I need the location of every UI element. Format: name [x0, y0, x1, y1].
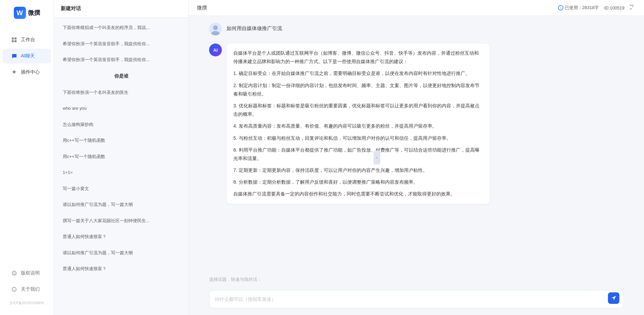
send-button[interactable] — [608, 292, 619, 304]
sidebar-item-workbench[interactable]: 工作台 — [3, 32, 51, 47]
new-conversation-button[interactable]: 新建对话 — [54, 0, 188, 18]
chat-list-item[interactable]: 请以如何推广引流为题，写一篇大纲 — [58, 245, 184, 260]
svg-text:©: © — [13, 272, 16, 275]
icp-text: 京ICP备2022015948号 — [0, 298, 54, 308]
chat-list-item[interactable]: 请以如何推广引流为题，写一篇大纲 — [58, 197, 184, 212]
user-message: 如何用自媒体做推广引流 — [227, 23, 282, 35]
chat-list-item[interactable]: 希望你扮演一个英语发音助手，我提供给你... — [58, 36, 184, 51]
input-area — [189, 287, 644, 315]
sidebar-item-copyright[interactable]: © 版权说明 — [3, 266, 51, 281]
sidebar-item-ai-chat[interactable]: AI聊天 — [3, 49, 51, 63]
sidebar-item-ai-chat-label: AI聊天 — [21, 53, 35, 59]
middle-panel: 新建对话 下面你将模拟成一个叫圣友的程序员，我说...希望你扮演一个英语发音助手… — [54, 0, 189, 315]
sidebar-item-copyright-label: 版权说明 — [21, 270, 40, 276]
ai-message: 自媒体平台是个人或团队通过互联网平台（如博客、微博、微信公众号、抖音、快手等）发… — [227, 44, 490, 204]
about-icon: i — [11, 286, 18, 293]
sidebar-item-workbench-label: 工作台 — [21, 37, 35, 43]
svg-point-10 — [213, 25, 218, 30]
ai-avatar: AI — [209, 44, 222, 56]
sidebar-item-about-label: 关于我们 — [21, 286, 40, 292]
chat-content: 如何用自媒体做推广引流AI自媒体平台是个人或团队通过互联网平台（如博客、微博、微… — [189, 16, 644, 273]
sidebar-item-about[interactable]: i 关于我们 — [3, 282, 51, 297]
power-icon[interactable] — [630, 4, 636, 11]
chat-list-item[interactable]: 撰写一篇关于八大家花园社区一刻钟便民生... — [58, 213, 184, 228]
chat-list-item[interactable]: 写一篇小黄文 — [58, 181, 184, 196]
svg-rect-2 — [12, 40, 14, 42]
sidebar-bottom: © 版权说明 i 关于我们 京ICP备2022015948号 — [0, 266, 54, 308]
main-area: 微撰 i 已使用：28318字 ID:100519 如何用自媒体做推广引流AI自… — [189, 0, 644, 315]
header-right: i 已使用：28318字 ID:100519 — [558, 4, 636, 11]
grid-icon — [11, 36, 18, 43]
chat-list-item[interactable]: 普通人如何快速致富？ — [58, 229, 184, 244]
main-header: 微撰 i 已使用：28318字 ID:100519 — [189, 0, 644, 16]
sidebar-item-plugin-center[interactable]: 插件中心 — [3, 65, 51, 80]
chat-list-item[interactable]: 用c++写一个随机函数 — [58, 133, 184, 148]
copyright-icon: © — [11, 270, 18, 277]
chat-list: 下面你将模拟成一个叫圣友的程序员，我说...希望你扮演一个英语发音助手，我提供给… — [54, 18, 188, 315]
user-avatar — [209, 23, 222, 35]
page-title: 微撰 — [197, 5, 207, 11]
plugin-icon — [11, 69, 18, 76]
message-row-assistant: AI自媒体平台是个人或团队通过互联网平台（如博客、微博、微信公众号、抖音、快手等… — [209, 44, 624, 204]
svg-point-11 — [211, 31, 219, 35]
svg-rect-1 — [14, 37, 17, 40]
chat-list-item[interactable]: 下面你将模拟成一个叫圣友的程序员，我说... — [58, 20, 184, 35]
message-row-user: 如何用自媒体做推广引流 — [209, 23, 624, 35]
collapse-panel-button[interactable]: ‹ — [374, 151, 380, 164]
chat-icon — [11, 53, 18, 59]
logo-area: W 微撰 — [14, 7, 40, 19]
chat-list-item[interactable]: who are you — [58, 101, 184, 116]
input-wrapper — [209, 290, 624, 308]
message-input[interactable] — [215, 296, 607, 303]
sidebar-item-plugin-label: 插件中心 — [21, 69, 40, 75]
svg-rect-3 — [14, 40, 17, 42]
svg-rect-0 — [12, 37, 14, 40]
chat-list-item[interactable]: 你是谁 — [58, 69, 184, 84]
chat-list-item[interactable]: 怎么做狗屎炒肉 — [58, 117, 184, 132]
nav-items: 工作台 AI聊天 插件中心 — [0, 32, 54, 266]
svg-text:i: i — [14, 288, 14, 291]
sidebar: W 微撰 工作台 AI聊天 插件中心 © 版权说明 — [0, 0, 54, 315]
quick-label: 选择话题，快速与我对话： — [209, 277, 624, 283]
chat-list-item[interactable]: 普通人如何快速致富？ — [58, 261, 184, 276]
logo-icon: W — [14, 7, 26, 19]
message-input-box — [209, 290, 624, 308]
svg-text:i: i — [560, 6, 561, 10]
quick-area: 选择话题，快速与我对话： — [189, 273, 644, 287]
usage-text: 已使用：28318字 — [565, 5, 599, 11]
info-icon: i — [558, 5, 563, 10]
usage-info: i 已使用：28318字 — [558, 5, 599, 11]
logo-text: 微撰 — [28, 9, 40, 17]
chat-list-item[interactable]: 下面你将扮演一个名叫圣友的医生 — [58, 85, 184, 100]
chat-list-item[interactable]: 用c++写一个随机函数 — [58, 149, 184, 164]
chat-list-item[interactable]: 希望你扮演一个英语发音助手，我提供给你... — [58, 52, 184, 67]
chat-list-item[interactable]: 1+1= — [58, 165, 184, 180]
send-icon — [611, 295, 617, 301]
id-info: ID:100519 — [604, 5, 624, 10]
